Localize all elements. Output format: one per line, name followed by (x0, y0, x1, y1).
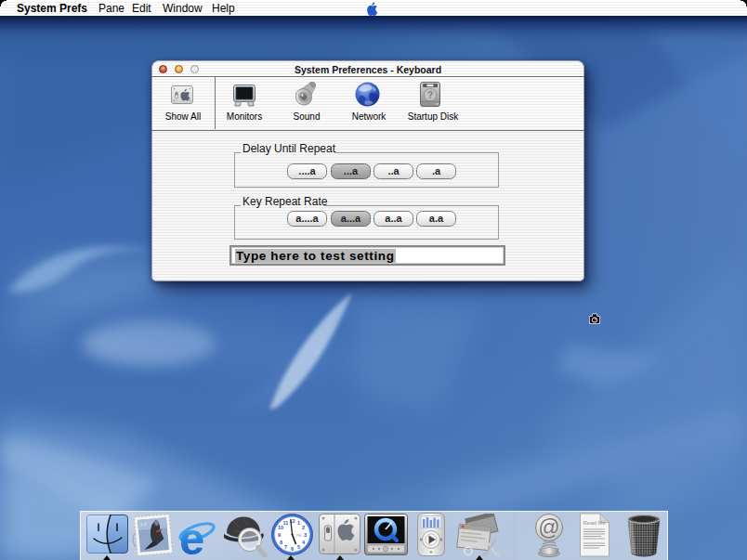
svg-text:@: @ (538, 515, 559, 540)
svg-text:?: ? (427, 90, 433, 100)
svg-text:2: 2 (302, 525, 305, 530)
svg-text:Read Me: Read Me (583, 520, 607, 526)
svg-text:1.0: 1.0 (140, 521, 148, 527)
svg-text:e: e (179, 514, 204, 557)
svg-text:10: 10 (278, 525, 283, 530)
svg-text:5: 5 (297, 544, 300, 550)
svg-text:3: 3 (304, 532, 307, 538)
svg-text:11: 11 (283, 520, 289, 526)
svg-text:7: 7 (284, 544, 287, 550)
svg-text:6: 6 (291, 546, 294, 552)
svg-text:9: 9 (278, 532, 281, 538)
svg-text:8: 8 (280, 540, 282, 545)
svg-text:PM: PM (296, 534, 301, 538)
svg-text:1: 1 (297, 520, 300, 526)
